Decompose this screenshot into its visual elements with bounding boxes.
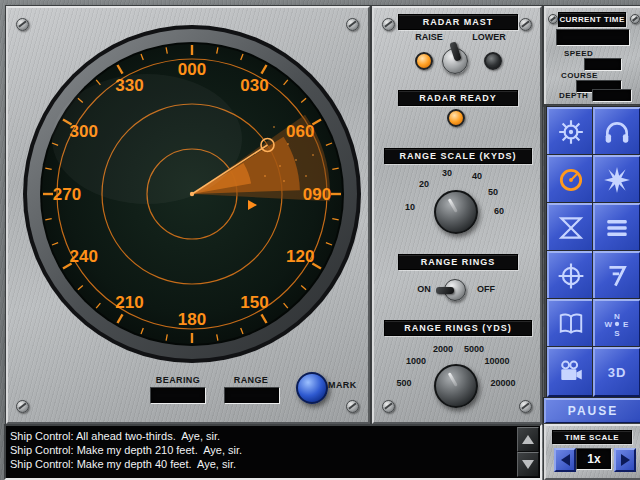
time-decrease-button[interactable] [554, 448, 576, 472]
up-arrow-icon [522, 435, 534, 444]
mark-caption: MARK [328, 380, 364, 390]
range-rings-header: RANGE RINGS [398, 254, 518, 270]
screw-icon [630, 14, 640, 24]
svg-text:S: S [614, 329, 620, 338]
station-button-periscope[interactable] [547, 203, 595, 253]
hourglass-icon [557, 214, 585, 242]
rings-off-label: OFF [477, 284, 495, 294]
down-arrow-icon [522, 460, 534, 469]
range-scale-tick: 50 [488, 187, 498, 197]
screw-icon [382, 18, 395, 31]
range-rings-yds-knob[interactable] [434, 364, 478, 408]
station-button-navigation[interactable]: N E S W [593, 299, 640, 349]
speed-display [584, 58, 622, 71]
screw-icon [382, 400, 395, 413]
station-button-sonar[interactable] [593, 107, 640, 157]
movie-camera-icon [557, 358, 585, 386]
svg-text:000: 000 [178, 60, 206, 79]
range-caption: RANGE [224, 375, 278, 385]
rings-yds-tick: 1000 [406, 356, 426, 366]
bearing-caption: BEARING [150, 375, 206, 385]
station-button-tubes[interactable] [593, 251, 640, 301]
radar-scope-display[interactable]: 000 030 060 090 120 150 180 210 240 270 … [22, 24, 362, 364]
range-display [224, 387, 280, 404]
range-scale-tick: 60 [494, 206, 504, 216]
rings-yds-tick: 2000 [433, 344, 453, 354]
knob-pointer-icon [447, 198, 457, 212]
station-button-helm[interactable] [547, 107, 595, 157]
scope-glass-glare [52, 74, 242, 204]
current-time-display [556, 29, 630, 46]
station-button-camera[interactable] [547, 347, 595, 397]
lower-label: LOWER [472, 32, 506, 42]
svg-text:W: W [605, 320, 613, 329]
screw-icon [519, 400, 532, 413]
seven-arrow-icon [603, 262, 631, 290]
station-button-3d[interactable]: 3D [593, 347, 640, 397]
radar-mast-header: RADAR MAST [398, 14, 518, 30]
screw-icon [346, 400, 359, 413]
range-scale-tick: 20 [419, 179, 429, 189]
pause-button[interactable]: PAUSE [544, 398, 640, 424]
lower-indicator-lamp [484, 52, 502, 70]
station-button-radio[interactable] [593, 203, 640, 253]
rings-yds-tick: 20000 [490, 378, 515, 388]
radar-station-screen: 000 030 060 090 120 150 180 210 240 270 … [0, 0, 640, 480]
log-lines: Ship Control: All ahead two-thirds. Aye,… [10, 429, 514, 471]
log-scroll-up-button[interactable] [517, 427, 539, 452]
svg-text:120: 120 [286, 247, 314, 266]
status-panel: CURRENT TIME SPEED COURSE DEPTH [544, 6, 640, 106]
radar-ready-header: RADAR READY [398, 90, 518, 106]
screw-icon [548, 14, 558, 24]
compass-rose-icon: N E S W [603, 310, 631, 338]
station-button-logbook[interactable] [547, 299, 595, 349]
range-scale-tick: 10 [405, 202, 415, 212]
svg-text:090: 090 [303, 185, 331, 204]
range-rings-toggle[interactable] [444, 279, 466, 301]
message-log: Ship Control: All ahead two-thirds. Aye,… [4, 424, 542, 480]
svg-text:270: 270 [53, 185, 81, 204]
burst-icon [603, 166, 631, 194]
radar-scope[interactable]: 000 030 060 090 120 150 180 210 240 270 … [22, 24, 362, 364]
station-button-fire-control[interactable] [593, 155, 640, 205]
time-scale-header: TIME SCALE [552, 430, 632, 444]
helm-wheel-icon [557, 118, 585, 146]
radar-controls-panel: RADAR MAST RAISE LOWER RADAR READY RANGE… [372, 6, 542, 424]
range-scale-tick: 30 [442, 168, 452, 178]
svg-text:E: E [623, 320, 629, 329]
raise-label: RAISE [415, 32, 443, 42]
svg-text:030: 030 [240, 76, 268, 95]
station-button-grid: N E S W 3D [544, 104, 640, 398]
left-arrow-icon [561, 454, 570, 466]
rings-yds-tick: 500 [396, 378, 411, 388]
screw-icon [519, 18, 532, 31]
3d-label: 3D [608, 365, 627, 380]
radar-scope-icon [557, 166, 585, 194]
right-arrow-icon [621, 454, 630, 466]
svg-text:240: 240 [70, 247, 98, 266]
toggle-lever-icon [436, 287, 454, 294]
range-rings-yds-header: RANGE RINGS (YDS) [384, 320, 532, 336]
station-button-tma[interactable] [547, 251, 595, 301]
range-scale-knob[interactable] [434, 190, 478, 234]
mark-knob[interactable] [296, 372, 328, 404]
time-scale-display: 1x [576, 448, 612, 470]
time-scale-panel: TIME SCALE 1x [544, 424, 640, 480]
time-increase-button[interactable] [614, 448, 636, 472]
headphones-icon [603, 118, 631, 146]
log-scroll-down-button[interactable] [517, 452, 539, 477]
toggle-lever-icon [449, 41, 462, 61]
range-scale-header: RANGE SCALE (KYDS) [384, 148, 532, 164]
log-line: Ship Control: All ahead two-thirds. Aye,… [10, 429, 514, 443]
station-button-radar-active[interactable] [547, 155, 595, 205]
pause-label: PAUSE [568, 404, 618, 418]
radar-ready-lamp [447, 109, 465, 127]
stacked-bars-icon [603, 214, 631, 242]
knob-pointer-icon [447, 372, 457, 386]
rings-yds-tick: 5000 [464, 344, 484, 354]
radar-mast-toggle[interactable] [442, 48, 468, 74]
rings-yds-tick: 10000 [484, 356, 509, 366]
svg-text:150: 150 [240, 293, 268, 312]
depth-label: DEPTH [559, 91, 588, 100]
raise-indicator-lamp [415, 52, 433, 70]
